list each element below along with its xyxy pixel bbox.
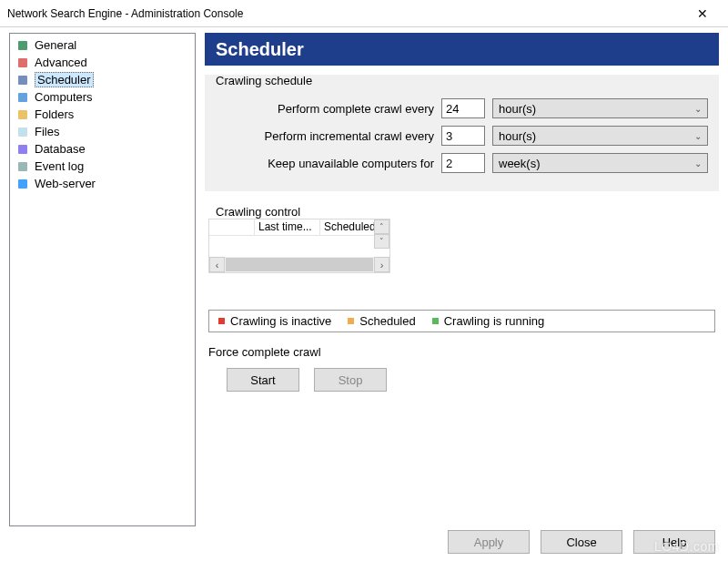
titlebar: Network Search Engine - Administration C… [0,0,728,27]
sidebar-item-label: Files [35,125,59,138]
page-title: Scheduler [205,33,719,66]
unit-select-value: hour(s) [499,129,536,143]
svg-rect-8 [18,179,27,189]
crawling-schedule-group: Crawling schedule Perform complete crawl… [205,75,719,191]
unit-select-value: week(s) [499,157,541,170]
window-title: Network Search Engine - Administration C… [7,7,684,20]
sidebar-item-label: General [35,38,76,52]
eventlog-icon [16,160,29,173]
files-icon [16,126,29,138]
legend-label: Scheduled [359,314,415,328]
folders-icon [16,108,29,121]
chevron-down-icon: ⌄ [694,104,702,114]
apply-button[interactable]: Apply [448,530,530,554]
scroll-left-icon[interactable]: ‹ [209,257,225,272]
interval-input[interactable] [441,153,485,173]
computers-icon [16,91,29,104]
sidebar-item-folders[interactable]: Folders [13,106,192,123]
chevron-down-icon: ⌄ [694,131,702,141]
status-legend: Crawling is inactiveScheduledCrawling is… [208,310,715,332]
schedule-row: Keep unavailable computers forweek(s)⌄ [216,153,708,173]
close-icon[interactable]: ✕ [684,1,721,26]
svg-rect-6 [18,145,27,154]
list-header: Last time... Scheduled [209,219,389,236]
svg-rect-7 [18,162,27,171]
unit-select[interactable]: hour(s)⌄ [492,126,708,146]
unit-select[interactable]: hour(s)⌄ [492,98,708,118]
force-crawl-title: Force complete crawl [208,345,715,359]
sidebar-item-advanced[interactable]: Advanced [13,54,192,71]
sidebar: GeneralAdvancedSchedulerComputersFolders… [9,33,196,526]
help-button[interactable]: Help [633,530,715,554]
sidebar-item-label: Event log [35,159,84,173]
list-col-empty [209,219,255,235]
vertical-scrollbar[interactable]: ˄ ˅ [374,219,389,249]
scroll-up-icon[interactable]: ˄ [374,219,389,234]
list-col-scheduled[interactable]: Scheduled [320,219,375,235]
sidebar-item-event-log[interactable]: Event log [13,158,192,175]
sidebar-item-label: Advanced [35,56,87,69]
schedule-row: Perform incremental crawl everyhour(s)⌄ [216,126,708,146]
interval-input[interactable] [441,126,485,146]
svg-rect-3 [18,93,27,102]
close-button[interactable]: Close [541,530,622,554]
legend-label: Crawling is running [444,314,545,328]
sidebar-item-database[interactable]: Database [13,140,192,158]
crawling-control-group: Crawling control Last time... Scheduled … [205,206,719,406]
legend-item: Crawling is running [432,314,545,328]
field-label: Keep unavailable computers for [216,157,434,170]
svg-rect-5 [18,128,27,137]
sidebar-item-label: Database [35,142,86,156]
field-label: Perform incremental crawl every [216,129,434,143]
group-title: Crawling control [212,205,304,219]
crawl-control-list[interactable]: Last time... Scheduled ˄ ˅ ‹ › [208,219,390,273]
svg-rect-2 [18,76,27,85]
sidebar-item-computers[interactable]: Computers [13,88,192,106]
sidebar-item-web-server[interactable]: Web-server [13,175,192,192]
scroll-down-icon[interactable]: ˅ [374,234,389,249]
scheduler-icon [16,74,29,87]
database-icon [16,143,29,156]
svg-rect-0 [18,41,27,50]
scroll-thumb[interactable] [226,258,373,271]
chevron-down-icon: ⌄ [694,158,702,168]
legend-item: Scheduled [348,314,415,328]
force-crawl-group: Force complete crawl Start Stop [208,342,715,401]
sidebar-item-label: Computers [35,90,93,104]
start-button[interactable]: Start [227,368,299,392]
stop-button[interactable]: Stop [314,368,387,392]
horizontal-scrollbar[interactable]: ‹ › [209,257,389,272]
legend-color-icon [432,318,439,324]
legend-label: Crawling is inactive [230,314,331,328]
unit-select-value: hour(s) [499,102,536,116]
svg-rect-1 [18,58,27,67]
field-label: Perform complete crawl every [216,102,434,116]
advanced-icon [16,56,29,69]
sidebar-item-scheduler[interactable]: Scheduler [13,71,192,88]
interval-input[interactable] [441,98,485,118]
schedule-row: Perform complete crawl everyhour(s)⌄ [216,98,708,118]
legend-color-icon [218,318,225,324]
group-title: Crawling schedule [212,74,316,87]
dialog-buttons: Apply Close Help [448,530,715,554]
webserver-icon [16,178,29,190]
legend-item: Crawling is inactive [218,314,331,328]
legend-color-icon [348,318,354,324]
scroll-right-icon[interactable]: › [374,257,389,272]
sidebar-item-label: Scheduler [35,72,94,87]
sidebar-item-label: Web-server [35,177,96,190]
list-col-lasttime[interactable]: Last time... [255,219,320,235]
sidebar-item-general[interactable]: General [13,36,192,54]
sidebar-item-files[interactable]: Files [13,123,192,140]
sidebar-item-label: Folders [35,107,74,121]
svg-rect-4 [18,110,27,119]
unit-select[interactable]: week(s)⌄ [492,153,708,173]
main-area: GeneralAdvancedSchedulerComputersFolders… [0,27,728,526]
general-icon [16,39,29,52]
content-pane: Scheduler Crawling schedule Perform comp… [205,33,719,526]
